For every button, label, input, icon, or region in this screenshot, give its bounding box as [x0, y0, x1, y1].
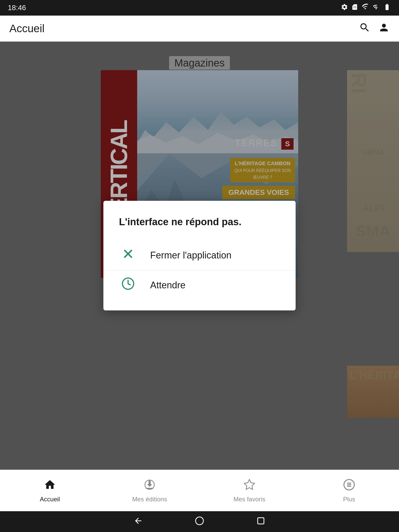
clock-icon: [119, 277, 137, 294]
nav-item-favoris[interactable]: Mes favoris: [200, 478, 299, 503]
battery-icon: [383, 3, 391, 12]
dialog: L'interface ne répond pas. Fermer l'appl…: [103, 201, 296, 310]
recent-apps-button[interactable]: [256, 516, 265, 527]
header-icons: [359, 22, 390, 36]
main-content: Magazines VERTICAL TERRES S: [0, 42, 399, 470]
menu-icon: [343, 478, 355, 494]
home-icon: [44, 478, 56, 494]
signal-icon: [373, 3, 380, 12]
sim-icon: [351, 3, 358, 12]
nav-label-accueil: Accueil: [40, 496, 60, 503]
download-icon: [143, 478, 156, 494]
nav-label-favoris: Mes favoris: [234, 496, 265, 503]
status-icons: [341, 3, 391, 12]
bottom-nav: Accueil Mes éditions Mes favoris: [0, 470, 399, 511]
close-x-icon: [119, 247, 137, 264]
close-app-option[interactable]: Fermer l'application: [119, 241, 280, 270]
svg-point-9: [196, 517, 203, 525]
svg-marker-4: [244, 480, 255, 489]
profile-icon[interactable]: [378, 22, 390, 36]
close-app-label: Fermer l'application: [150, 250, 231, 261]
status-time: 18:46: [8, 4, 26, 12]
nav-item-editions[interactable]: Mes éditions: [100, 478, 200, 503]
wait-option[interactable]: Attendre: [119, 270, 280, 300]
dialog-overlay: L'interface ne répond pas. Fermer l'appl…: [0, 42, 399, 470]
wait-label: Attendre: [150, 280, 185, 291]
app-title: Accueil: [9, 22, 44, 35]
back-button[interactable]: [134, 516, 143, 527]
status-bar: 18:46: [0, 0, 399, 16]
settings-icon: [341, 3, 348, 12]
home-circle-button[interactable]: [195, 516, 204, 527]
system-nav: [0, 511, 399, 532]
nav-item-plus[interactable]: Plus: [299, 478, 399, 503]
nav-label-plus: Plus: [343, 496, 355, 503]
search-icon[interactable]: [359, 22, 370, 36]
nav-label-editions: Mes éditions: [132, 496, 167, 503]
nav-item-accueil[interactable]: Accueil: [0, 478, 100, 503]
wifi-icon: [361, 3, 369, 12]
svg-rect-10: [258, 518, 264, 524]
star-icon: [243, 478, 256, 494]
dialog-title: L'interface ne répond pas.: [119, 216, 280, 228]
app-header: Accueil: [0, 16, 399, 42]
